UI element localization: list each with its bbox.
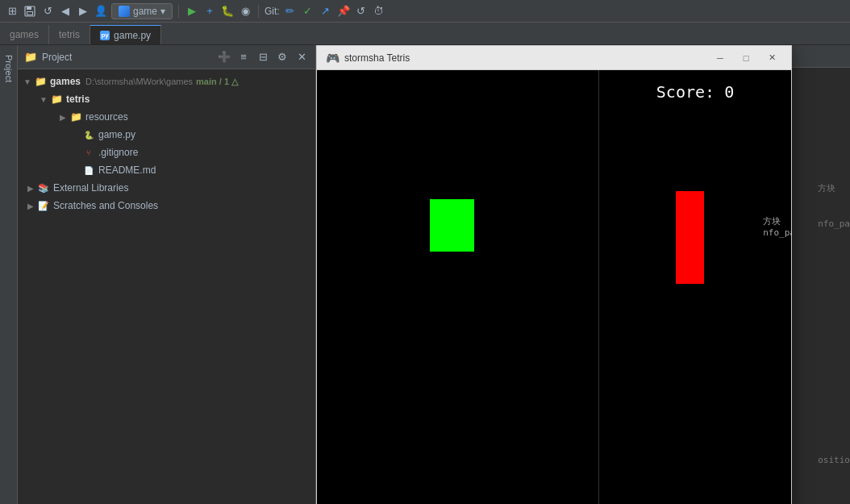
separator2 [258, 5, 259, 18]
game-dropdown[interactable]: game ▾ [111, 3, 173, 19]
score-value: 0 [724, 82, 734, 102]
git-edit-icon[interactable]: ✏ [283, 4, 298, 19]
git-label: Git: [265, 6, 280, 17]
tree-label-gitignore: .gitignore [98, 147, 138, 158]
git-check-icon[interactable]: ✓ [301, 4, 315, 19]
game-icon [119, 6, 130, 17]
settings-icon[interactable]: ⚙ [275, 50, 290, 65]
expand-arrow-resources: ▶ [56, 113, 69, 122]
panel-header: 📁 Project ➕ ≡ ⊟ ⚙ ✕ [18, 45, 315, 69]
tree-item-gamepy[interactable]: ▶ 🐍 game.py [18, 126, 315, 144]
python-file-icon: py [100, 31, 110, 40]
main-content: Project 📁 Project ➕ ≡ ⊟ ⚙ ✕ ▼ 📁 games D:… [0, 45, 850, 504]
add-item-icon[interactable]: ➕ [217, 50, 231, 65]
git-pin-icon[interactable]: 📌 [336, 4, 351, 19]
tree-branch-games: main / 1 △ [196, 77, 238, 87]
tab-bar: games tetris py game.py [0, 23, 850, 45]
tree-item-ext-libs[interactable]: ▶ 📚 External Libraries [18, 179, 315, 197]
tetris-app-icon: 🎮 [325, 51, 340, 65]
side-text-2: nfo_pa [763, 227, 791, 238]
window-buttons: ─ □ ✕ [709, 50, 783, 66]
edge-text-2: nfo_pa [818, 219, 850, 229]
maximize-button[interactable]: □ [735, 50, 757, 66]
debug-icon[interactable]: 🐛 [220, 4, 235, 19]
tetris-window[interactable]: 🎮 stormsha Tetris ─ □ ✕ Score: 0 [316, 45, 792, 504]
scratches-icon: 📝 [37, 200, 50, 211]
tab-games[interactable]: games [0, 25, 49, 44]
tree-label-resources: resources [85, 111, 128, 123]
sidebar-project-tab[interactable]: Project [2, 48, 15, 89]
close-button[interactable]: ✕ [760, 50, 783, 66]
game-dropdown-arrow: ▾ [160, 6, 165, 17]
panel-folder-icon: 📁 [24, 51, 37, 63]
expand-arrow-scratches: ▶ [24, 202, 37, 210]
tree-label-tetris: tetris [66, 94, 90, 105]
add-config-icon[interactable]: + [202, 4, 217, 19]
side-text-1: 方块 [763, 215, 791, 227]
tree-item-games[interactable]: ▼ 📁 games D:\stormsha\MWork\games main /… [18, 73, 315, 90]
tab-gamepy-label: game.py [114, 30, 151, 41]
back-icon[interactable]: ◀ [58, 4, 73, 19]
side-text-block: 方块 nfo_pa [763, 215, 791, 238]
tree-item-resources[interactable]: ▶ 📁 resources [18, 108, 315, 126]
save-icon[interactable] [23, 4, 37, 19]
file-tree: ▼ 📁 games D:\stormsha\MWork\games main /… [18, 69, 315, 504]
tetris-game-body: Score: 0 方块 nfo_pa [317, 70, 791, 504]
score-label: Score: [656, 82, 715, 102]
top-toolbar: ⊞ ↺ ◀ ▶ 👤 game ▾ ▶ + 🐛 ◉ Git: ✏ ✓ ↗ 📌 ↺ … [0, 0, 850, 23]
tree-label-scratches: Scratches and Consoles [53, 200, 158, 211]
git-refresh-icon[interactable]: ↺ [354, 4, 369, 19]
sidebar-project-label: Project [4, 55, 14, 82]
sidebar-vertical: Project [0, 45, 18, 504]
folder-icon-games: 📁 [34, 76, 47, 87]
git-push-icon[interactable]: ↗ [319, 4, 333, 19]
forward-icon[interactable]: ▶ [76, 4, 90, 19]
left-panel: 📁 Project ➕ ≡ ⊟ ⚙ ✕ ▼ 📁 games D:\stormsh… [18, 45, 316, 504]
folder-icon-tetris: 📁 [50, 94, 63, 105]
svg-rect-3 [27, 12, 32, 15]
tree-path-games: D:\stormsha\MWork\games [85, 77, 193, 86]
refresh-icon[interactable]: ↺ [40, 4, 55, 19]
green-tetris-block [430, 199, 474, 252]
py-file-icon: 🐍 [82, 129, 95, 140]
editor-area: 🔍 Q· 289 290 291 292 293 294 295 296 297… [316, 45, 850, 504]
tetris-title: stormsha Tetris [344, 52, 709, 64]
minimize-button[interactable]: ─ [709, 50, 731, 66]
ext-libs-icon: 📚 [37, 182, 50, 194]
git-file-icon: ⑂ [82, 147, 95, 158]
tree-item-scratches[interactable]: ▶ 📝 Scratches and Consoles [18, 197, 315, 215]
tree-label-games: games [50, 76, 81, 87]
right-edge-text: 方块 nfo_pa ositio [818, 182, 850, 465]
tab-tetris-label: tetris [59, 29, 80, 40]
expand-arrow-extlibs: ▶ [24, 184, 37, 193]
tab-gamepy[interactable]: py game.py [90, 25, 161, 44]
tree-item-tetris[interactable]: ▼ 📁 tetris [18, 90, 315, 108]
tetris-info-area: Score: 0 方块 nfo_pa [599, 70, 791, 504]
tree-item-gitignore[interactable]: ▶ ⑂ .gitignore [18, 144, 315, 161]
tree-label-readme: README.md [98, 165, 156, 176]
folder-icon-resources: 📁 [69, 111, 82, 123]
edge-text-3: ositio [818, 455, 850, 465]
tree-label-gamepy: game.py [98, 129, 135, 140]
red-tetris-block [676, 191, 704, 284]
game-label: game [133, 6, 157, 17]
edge-text-1: 方块 [818, 182, 850, 194]
tetris-score: Score: 0 [599, 70, 791, 102]
tree-item-readme[interactable]: ▶ 📄 README.md [18, 161, 315, 179]
expand-arrow-games: ▼ [21, 77, 34, 86]
layout-icon[interactable]: ≡ [236, 50, 251, 65]
run-icon[interactable]: ▶ [185, 4, 199, 19]
close-panel-icon[interactable]: ✕ [294, 50, 309, 65]
new-project-icon[interactable]: ⊞ [5, 4, 19, 19]
tab-tetris[interactable]: tetris [49, 25, 90, 44]
timer-icon[interactable]: ⏱ [372, 4, 386, 19]
user-icon[interactable]: 👤 [94, 4, 108, 19]
expand-arrow-tetris: ▼ [37, 95, 50, 104]
collapse-all-icon[interactable]: ⊟ [256, 50, 270, 65]
md-file-icon: 📄 [82, 165, 95, 176]
separator [178, 5, 179, 18]
tab-games-label: games [10, 29, 39, 40]
coverage-icon[interactable]: ◉ [238, 4, 252, 19]
tree-label-extlibs: External Libraries [53, 182, 128, 194]
tetris-play-area[interactable] [317, 70, 599, 504]
